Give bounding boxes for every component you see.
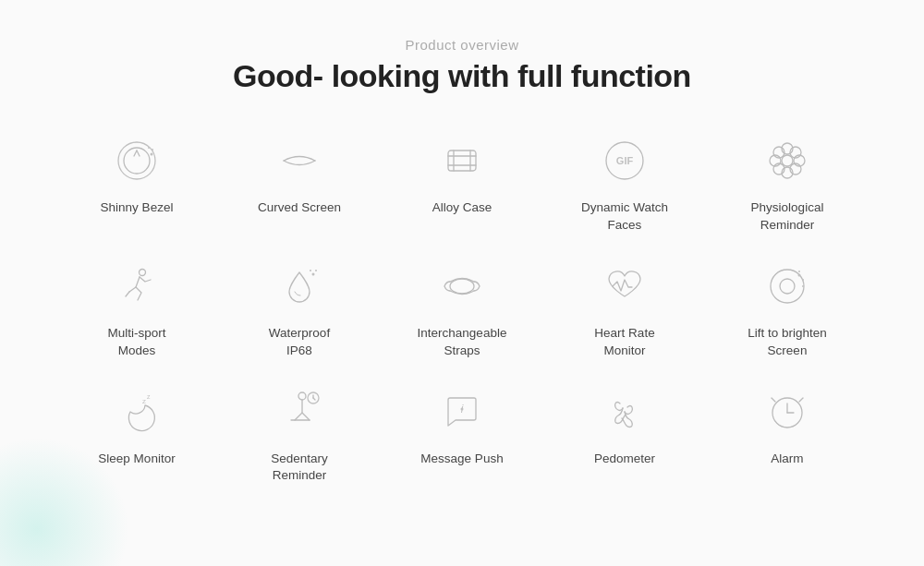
- svg-line-39: [313, 398, 315, 400]
- heart-rate-monitor-label: Heart Rate Monitor: [594, 325, 654, 360]
- svg-point-25: [315, 270, 317, 271]
- header-section: Product overview Good- looking with full…: [55, 37, 869, 94]
- interchangeable-straps-icon: [432, 257, 492, 316]
- heart-rate-monitor-icon: [595, 257, 654, 316]
- svg-point-4: [151, 153, 153, 156]
- svg-point-31: [802, 279, 804, 281]
- curved-screen-icon: [270, 131, 329, 190]
- feature-item-sedentary-reminder: Sedentary Reminder: [218, 373, 381, 489]
- svg-point-26: [310, 270, 311, 271]
- main-container: Product overview Good- looking with full…: [0, 0, 924, 507]
- svg-point-14: [782, 155, 793, 166]
- alloy-case-icon: [432, 131, 492, 190]
- physiological-reminder-icon: [758, 131, 817, 190]
- svg-point-27: [450, 279, 474, 294]
- multi-sport-modes-label: Multi-sport Modes: [107, 325, 165, 360]
- sedentary-reminder-label: Sedentary Reminder: [271, 451, 328, 486]
- physiological-reminder-label: Physiological Reminder: [751, 199, 824, 235]
- pedometer-label: Pedometer: [594, 451, 655, 468]
- message-push-label: Message Push: [420, 451, 503, 468]
- waterproof-ip68-label: Waterproof IP68: [269, 325, 330, 360]
- feature-item-alarm: Alarm: [706, 373, 869, 489]
- product-overview-label: Product overview: [55, 37, 869, 53]
- sleep-monitor-label: Sleep Monitor: [98, 451, 175, 468]
- feature-item-curved-screen: Curved Screen: [218, 122, 381, 238]
- alloy-case-label: Alloy Case: [432, 199, 492, 217]
- feature-item-waterproof-ip68: Waterproof IP68: [218, 247, 381, 364]
- feature-item-lift-to-brighten: Lift to brighten Screen: [706, 247, 869, 364]
- svg-point-24: [312, 272, 315, 275]
- svg-line-45: [772, 398, 775, 402]
- shinny-bezel-label: Shinny Bezel: [101, 199, 174, 217]
- feature-item-heart-rate-monitor: Heart Rate Monitor: [543, 247, 706, 364]
- sleep-monitor-icon: z z: [107, 382, 166, 441]
- dynamic-watch-faces-icon: GIF: [595, 131, 654, 190]
- svg-point-30: [798, 273, 801, 276]
- feature-item-sleep-monitor: z z Sleep Monitor: [55, 373, 218, 489]
- svg-line-3: [134, 151, 137, 156]
- svg-text:z: z: [142, 397, 146, 405]
- dynamic-watch-faces-label: Dynamic Watch Faces: [581, 199, 668, 235]
- svg-line-2: [137, 151, 140, 156]
- main-title: Good- looking with full function: [55, 58, 869, 94]
- message-push-icon: i: [432, 382, 492, 441]
- svg-text:i: i: [461, 403, 464, 415]
- feature-item-alloy-case: Alloy Case: [381, 122, 543, 238]
- curved-screen-label: Curved Screen: [258, 199, 341, 217]
- svg-text:z: z: [147, 393, 151, 400]
- feature-item-pedometer: Pedometer: [543, 373, 706, 489]
- lift-to-brighten-label: Lift to brighten Screen: [748, 325, 827, 360]
- features-grid: Shinny Bezel Curved Screen Alloy Case GI…: [55, 122, 869, 488]
- svg-point-32: [802, 285, 804, 287]
- pedometer-icon: [595, 382, 654, 441]
- alarm-icon: [758, 382, 817, 441]
- feature-item-interchangeable-straps: Interchangeable Straps: [381, 247, 543, 364]
- svg-point-36: [298, 392, 306, 400]
- svg-point-6: [148, 147, 150, 149]
- svg-point-29: [780, 279, 795, 294]
- multi-sport-modes-icon: [107, 257, 166, 316]
- feature-item-multi-sport-modes: Multi-sport Modes: [55, 247, 218, 364]
- svg-rect-7: [448, 151, 476, 171]
- feature-item-shinny-bezel: Shinny Bezel: [55, 122, 218, 238]
- svg-text:GIF: GIF: [616, 155, 634, 166]
- svg-point-5: [152, 149, 153, 151]
- lift-to-brighten-icon: [758, 257, 817, 316]
- svg-point-33: [798, 271, 800, 272]
- shinny-bezel-icon: [107, 131, 166, 190]
- feature-item-physiological-reminder: Physiological Reminder: [706, 122, 869, 238]
- svg-point-23: [140, 269, 146, 275]
- alarm-label: Alarm: [771, 451, 803, 468]
- interchangeable-straps-label: Interchangeable Straps: [418, 325, 507, 360]
- svg-line-46: [799, 398, 803, 402]
- feature-item-dynamic-watch-faces: GIF Dynamic Watch Faces: [543, 122, 706, 238]
- feature-item-message-push: i Message Push: [381, 373, 543, 489]
- waterproof-ip68-icon: [270, 257, 329, 316]
- sedentary-reminder-icon: [270, 382, 329, 441]
